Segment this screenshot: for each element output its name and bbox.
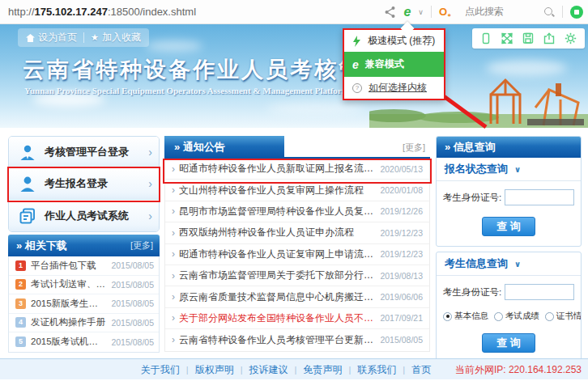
download-item[interactable]: 3 2015新版考生操作... 2015/08/05 bbox=[9, 294, 159, 314]
download-date: 2015/08/05 bbox=[111, 260, 154, 270]
save-icon[interactable] bbox=[522, 32, 534, 44]
radio-label: 基本信息 bbox=[454, 311, 488, 322]
notice-item[interactable]: 云南省市场监督管理局关于委托下放部分行政许可... 2019/08/13 bbox=[165, 265, 429, 286]
login-item-assessment-platform[interactable]: 考核管理平台登录 › bbox=[9, 137, 159, 168]
notice-label: 云南省市场监督管理局关于委托下放部分行政许可... bbox=[179, 269, 376, 282]
ie-mode-icon[interactable]: e bbox=[403, 6, 411, 19]
mobile-icon[interactable] bbox=[480, 32, 492, 44]
notice-item[interactable]: 文山州特种设备作业人员复审网上操作流程 2020/01/08 bbox=[165, 180, 429, 201]
downloads-header: 相关下载 [更多] bbox=[8, 235, 160, 256]
radio-basic-info[interactable]: 基本信息 bbox=[443, 311, 488, 322]
download-item[interactable]: 4 发证机构操作手册 2015/08/05 bbox=[9, 314, 159, 333]
kernel-mode-menu: 极速模式 (推荐) e 兼容模式 如何选择内核 bbox=[343, 28, 445, 100]
menu-item-speed-mode[interactable]: 极速模式 (推荐) bbox=[344, 30, 444, 52]
candidate-info-section-header[interactable]: 考生信息查询 ∨ bbox=[437, 252, 581, 276]
radio-label: 证书情况 bbox=[556, 311, 582, 322]
candidate-info-panel: 考生信息查询 ∨ 考生身份证号: 基本信息 考试成绩 证书情况 查 询 bbox=[436, 252, 582, 363]
notice-item[interactable]: 关于部分网站发布全国特种设备作业人员不实信息... 2017/09/21 bbox=[165, 308, 429, 329]
menu-item-compat-mode[interactable]: e 兼容模式 bbox=[344, 52, 444, 77]
download-item[interactable]: 1 平台插件包下载 2015/08/05 bbox=[9, 256, 159, 276]
chevron-right-icon: › bbox=[148, 146, 152, 159]
address-bar[interactable]: http://175.102.17.247:18500/index.shtml bbox=[8, 0, 196, 23]
ie-icon: e bbox=[352, 59, 359, 70]
compat-mode-label: 兼容模式 bbox=[365, 57, 404, 71]
login-item-exam-system[interactable]: 作业人员考试系统 › bbox=[9, 200, 159, 231]
footer-link-copyright[interactable]: 版权声明 bbox=[195, 363, 234, 377]
share-icon[interactable] bbox=[384, 6, 396, 19]
url-prefix: http:// bbox=[8, 6, 35, 18]
url-rest: :18500/index.shtml bbox=[108, 6, 196, 18]
extension-icon[interactable] bbox=[570, 6, 583, 19]
add-favorite-link[interactable]: ★ 加入收藏 bbox=[91, 31, 141, 44]
notices-more-link[interactable]: [更多] bbox=[403, 136, 425, 159]
footer-link-about[interactable]: 关于我们 bbox=[141, 363, 180, 377]
chevron-down-icon: ∨ bbox=[514, 260, 521, 269]
notices-tab[interactable]: 通知公告 bbox=[164, 136, 284, 159]
notice-label: 原云南省质量技术监督局信息中心机房搬迁公告 bbox=[179, 290, 376, 304]
quick-links-divider bbox=[83, 32, 84, 43]
manager-user-icon bbox=[19, 143, 36, 161]
info-query-title: 信息查询 bbox=[445, 141, 496, 153]
export-icon[interactable] bbox=[543, 32, 555, 44]
signup-status-section-header[interactable]: 报名状态查询 ∨ bbox=[437, 158, 581, 181]
download-label: 2015版考试机构操... bbox=[31, 336, 106, 348]
footer-divider: | bbox=[348, 365, 351, 375]
id-number-input[interactable] bbox=[505, 284, 574, 300]
info-query-header: 信息查询 bbox=[437, 137, 581, 158]
download-item[interactable]: 2 考试计划送审、审核 ... 2015/08/05 bbox=[9, 276, 159, 295]
rank-badge: 5 bbox=[15, 337, 26, 347]
notice-item[interactable]: 昭通市特种设备作业人员证复审网上申请流程及相... 2019/12/23 bbox=[165, 244, 429, 265]
fullscreen-icon[interactable] bbox=[501, 32, 513, 44]
footer-link-contact[interactable]: 联系我们 bbox=[357, 363, 396, 377]
home-icon bbox=[26, 34, 35, 42]
notices-panel: 通知公告 [更多] 昭通市特种设备作业人员新取证网上报名流程NEW 2020/0… bbox=[164, 136, 430, 352]
id-number-input[interactable] bbox=[505, 189, 574, 205]
radio-certificate[interactable]: 证书情况 bbox=[545, 311, 582, 322]
radio-icon bbox=[545, 312, 554, 321]
notice-item[interactable]: 昭通市特种设备作业人员新取证网上报名流程NEW 2020/05/13 bbox=[165, 159, 429, 180]
footer-divider: | bbox=[186, 365, 189, 375]
candidate-info-title: 考生信息查询 bbox=[445, 256, 508, 271]
browser-overlay-tools bbox=[472, 28, 585, 49]
signup-status-form: 考生身份证号: 查 询 bbox=[437, 181, 581, 246]
quick-links: 设为首页 ★ 加入收藏 bbox=[18, 28, 149, 47]
downloads-title: 相关下载 bbox=[16, 239, 67, 252]
rank-badge: 4 bbox=[15, 317, 26, 328]
notices-header: 通知公告 [更多] bbox=[164, 136, 430, 159]
radio-label: 考试成绩 bbox=[505, 311, 539, 322]
mode-chevron-down-icon[interactable]: ∨ bbox=[418, 8, 424, 16]
download-item[interactable]: 5 2015版考试机构操... 2015/08/05 bbox=[9, 332, 159, 352]
chevron-right-icon: › bbox=[148, 177, 152, 190]
notice-item[interactable]: 西双版纳州特种设备作业人员证申办流程 2019/12/23 bbox=[165, 222, 429, 243]
radio-exam-score[interactable]: 考试成绩 bbox=[494, 311, 539, 322]
download-label: 考试计划送审、审核 ... bbox=[31, 278, 106, 290]
menu-item-kernel-help[interactable]: 如何选择内核 bbox=[344, 77, 444, 99]
add-favorite-label: 加入收藏 bbox=[102, 31, 141, 44]
notice-item[interactable]: 原云南省质量技术监督局信息中心机房搬迁公告 2019/06/06 bbox=[165, 286, 429, 307]
id-number-label: 考生身份证号: bbox=[443, 286, 501, 298]
toolbar-divider bbox=[562, 6, 563, 18]
downloads-list: 1 平台插件包下载 2015/08/05 2 考试计划送审、审核 ... 201… bbox=[8, 256, 160, 353]
login-item-candidate-signup[interactable]: 考生报名登录 › bbox=[9, 168, 159, 200]
lightning-icon bbox=[352, 36, 361, 47]
downloads-more-link[interactable]: [更多] bbox=[130, 235, 153, 256]
download-date: 2015/08/05 bbox=[111, 337, 154, 347]
footer-link-home[interactable]: 首页 bbox=[411, 363, 431, 377]
search-icon[interactable] bbox=[543, 6, 555, 18]
chevron-down-icon: ∨ bbox=[514, 165, 521, 174]
notice-item[interactable]: 云南省特种设备作业人员考核管理平台更新至20... 2015/08/05 bbox=[165, 329, 429, 350]
footer-link-complaint[interactable]: 投诉建议 bbox=[249, 363, 288, 377]
notice-label: 关于部分网站发布全国特种设备作业人员不实信息... bbox=[179, 311, 376, 325]
query-button[interactable]: 查 询 bbox=[482, 217, 535, 236]
notice-label: 昭通市特种设备作业人员证复审网上申请流程及相... bbox=[179, 248, 376, 261]
login-item-label: 作业人员考试系统 bbox=[45, 209, 140, 223]
footer-divider: | bbox=[241, 365, 243, 375]
query-button[interactable]: 查 询 bbox=[482, 333, 535, 353]
search-input[interactable]: 点此搜索 bbox=[465, 5, 536, 19]
gear-icon[interactable] bbox=[565, 32, 577, 44]
notice-item[interactable]: 昆明市市场监督管理局特种设备作业人员复审流程... 2019/12/26 bbox=[165, 201, 429, 222]
set-homepage-link[interactable]: 设为首页 bbox=[26, 31, 77, 44]
footer-link-disclaimer[interactable]: 免责声明 bbox=[303, 363, 342, 377]
download-date: 2015/08/05 bbox=[111, 280, 154, 290]
id-number-label: 考生身份证号: bbox=[443, 192, 501, 204]
